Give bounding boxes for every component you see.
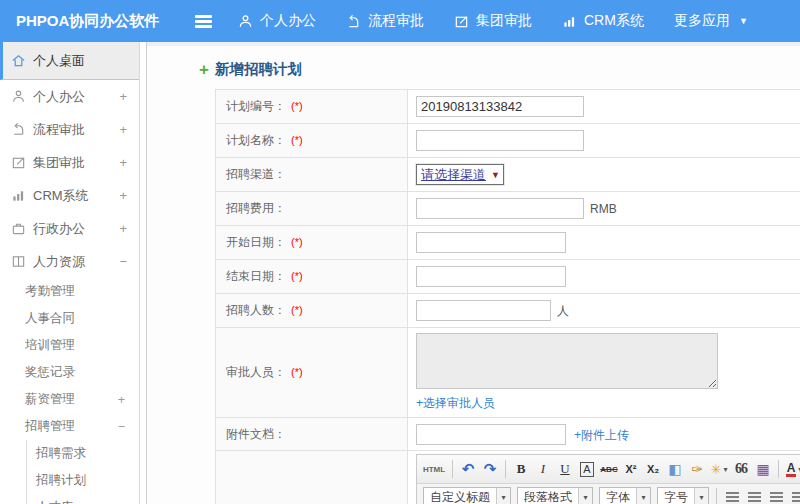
- nav-item-label: 集团审批: [476, 12, 532, 30]
- align-center-button[interactable]: [744, 487, 764, 504]
- font-family-select[interactable]: 字体▾: [599, 487, 651, 504]
- start-date-input[interactable]: [416, 232, 566, 253]
- align-right-button[interactable]: [766, 487, 786, 504]
- sidebar-item-group-approval[interactable]: 集团审批 +: [0, 146, 139, 179]
- sidebar-item-label: CRM系统: [33, 187, 119, 205]
- blockquote-button[interactable]: 66: [731, 459, 751, 480]
- auto-typeset-button[interactable]: ✳▾: [709, 459, 729, 480]
- sidebar-item-recruit-mgmt[interactable]: 招聘管理 −: [0, 413, 139, 440]
- sidebar-item-recruit-plan[interactable]: 招聘计划: [27, 467, 139, 494]
- menu-toggle-icon[interactable]: [195, 15, 212, 28]
- nav-item-personal-office[interactable]: 个人办公: [238, 12, 316, 30]
- sidebar-item-recruit-demand[interactable]: 招聘需求: [27, 440, 139, 467]
- add-plus-icon: +: [199, 63, 209, 77]
- italic-button[interactable]: I: [533, 459, 553, 480]
- sidebar-item-crm-system[interactable]: CRM系统 +: [0, 179, 139, 212]
- expand-icon[interactable]: +: [119, 89, 127, 104]
- recruit-cost-input[interactable]: [416, 198, 584, 219]
- plan-name-input[interactable]: [416, 130, 584, 151]
- redo-button[interactable]: ↷: [480, 459, 500, 480]
- sidebar-item-label: 招聘计划: [36, 472, 125, 489]
- field-label: 开始日期：: [226, 235, 286, 249]
- form-row-approvers: 审批人员：(*) +选择审批人员: [216, 328, 800, 418]
- custom-title-select[interactable]: 自定义标题▾: [423, 487, 511, 504]
- paragraph-format-select[interactable]: 段落格式▾: [517, 487, 593, 504]
- strikethrough-button[interactable]: ABC: [599, 459, 619, 480]
- form-row-end-date: 结束日期：(*): [216, 260, 800, 294]
- sidebar-splitter[interactable]: [140, 42, 147, 504]
- approvers-textarea[interactable]: [416, 333, 718, 389]
- expand-icon[interactable]: +: [119, 155, 127, 170]
- user-icon: [11, 89, 26, 104]
- rich-text-editor: HTML ↶ ↷ B I U A ABC X²: [416, 454, 800, 504]
- nav-item-group-approval[interactable]: 集团审批: [454, 12, 532, 30]
- attachment-input[interactable]: [416, 424, 566, 445]
- field-label: 计划编号：: [226, 99, 286, 113]
- sidebar-item-label: 行政办公: [33, 220, 119, 238]
- font-color-button[interactable]: A▾: [784, 459, 800, 480]
- field-label: 招聘人数：: [226, 303, 286, 317]
- sidebar-item-reward-punishment[interactable]: 奖惩记录: [0, 359, 139, 386]
- expand-icon[interactable]: +: [119, 221, 127, 236]
- plan-number-input[interactable]: [416, 96, 584, 117]
- font-size-select[interactable]: 字号▾: [657, 487, 709, 504]
- font-border-button[interactable]: A: [577, 459, 597, 480]
- collapse-icon[interactable]: −: [118, 420, 125, 434]
- sidebar-item-attendance-mgmt[interactable]: 考勤管理: [0, 278, 139, 305]
- sidebar-item-training-mgmt[interactable]: 培训管理: [0, 332, 139, 359]
- field-label: 附件文档：: [226, 427, 286, 441]
- headcount-input[interactable]: [416, 300, 551, 321]
- required-marker: (*): [291, 366, 303, 378]
- subscript-button[interactable]: X₂: [643, 459, 663, 480]
- flow-icon: [11, 122, 26, 137]
- collapse-icon[interactable]: −: [119, 254, 127, 269]
- sidebar-item-personal-desktop[interactable]: 个人桌面: [0, 42, 139, 80]
- toolbar-separator: [778, 460, 779, 478]
- align-justify-button[interactable]: [788, 487, 800, 504]
- expand-icon[interactable]: +: [119, 188, 127, 203]
- end-date-input[interactable]: [416, 266, 566, 287]
- chart-icon: [562, 14, 577, 29]
- nav-item-crm-system[interactable]: CRM系统: [562, 12, 644, 30]
- channel-select[interactable]: 请选择渠道 ▼: [416, 164, 504, 185]
- sidebar-item-label: 招聘需求: [36, 445, 125, 462]
- attachment-upload-link[interactable]: +附件上传: [574, 428, 629, 442]
- editor-toolbar-row2: 自定义标题▾ 段落格式▾ 字体▾ 字号▾ ∞ ∞: [417, 484, 800, 504]
- sidebar-item-personal-office[interactable]: 个人办公 +: [0, 80, 139, 113]
- sidebar-item-workflow-approval[interactable]: 流程审批 +: [0, 113, 139, 146]
- sidebar-item-human-resources[interactable]: 人力资源 −: [0, 245, 139, 278]
- sidebar-item-label: 考勤管理: [25, 283, 125, 300]
- align-left-button[interactable]: [722, 487, 742, 504]
- undo-button[interactable]: ↶: [458, 459, 478, 480]
- sidebar-item-label: 个人办公: [33, 88, 119, 106]
- source-code-button[interactable]: HTML: [421, 459, 447, 480]
- book-icon: [11, 254, 26, 269]
- paste-button[interactable]: ▦: [753, 459, 773, 480]
- sidebar-item-salary-mgmt[interactable]: 薪资管理 +: [0, 386, 139, 413]
- underline-button[interactable]: U: [555, 459, 575, 480]
- bold-button[interactable]: B: [511, 459, 531, 480]
- format-painter-button[interactable]: ✑: [687, 459, 707, 480]
- channel-select-value: 请选择渠道: [421, 166, 486, 184]
- align-left-icon: [726, 492, 739, 503]
- sidebar-item-talent-pool[interactable]: 人才库: [27, 494, 139, 504]
- nav-item-label: 流程审批: [368, 12, 424, 30]
- form-row-attachment: 附件文档： +附件上传: [216, 418, 800, 451]
- nav-item-more-apps[interactable]: 更多应用 ▼: [674, 12, 748, 30]
- select-approvers-link[interactable]: +选择审批人员: [416, 395, 800, 412]
- superscript-button[interactable]: X²: [621, 459, 641, 480]
- sidebar-item-hr-contract[interactable]: 人事合同: [0, 305, 139, 332]
- remove-format-button[interactable]: ◧: [665, 459, 685, 480]
- expand-icon[interactable]: +: [118, 393, 125, 407]
- sidebar-item-admin-office[interactable]: 行政办公 +: [0, 212, 139, 245]
- caret-down-icon: ▾: [636, 488, 650, 504]
- expand-icon[interactable]: +: [119, 122, 127, 137]
- unit-suffix: 人: [557, 304, 569, 318]
- sidebar-item-label: 人才库: [36, 499, 125, 504]
- sidebar-item-label: 薪资管理: [25, 391, 118, 408]
- caret-down-icon: ▾: [723, 465, 727, 474]
- sidebar-item-label: 集团审批: [33, 154, 119, 172]
- nav-item-workflow-approval[interactable]: 流程审批: [346, 12, 424, 30]
- sidebar-item-label: 流程审批: [33, 121, 119, 139]
- form-row-headcount: 招聘人数：(*) 人: [216, 294, 800, 328]
